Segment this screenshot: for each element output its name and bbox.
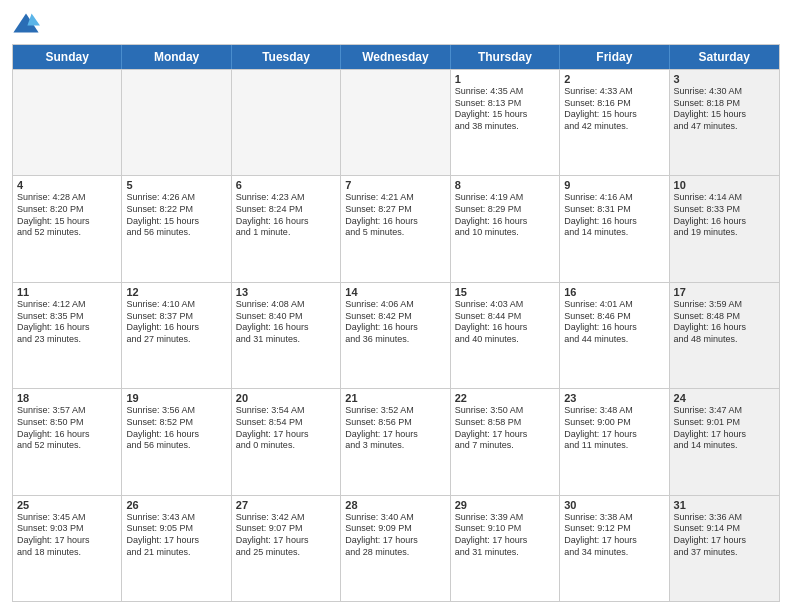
day-number: 30 [564, 499, 664, 511]
cal-cell-day-20: 20Sunrise: 3:54 AM Sunset: 8:54 PM Dayli… [232, 389, 341, 494]
cal-cell-day-18: 18Sunrise: 3:57 AM Sunset: 8:50 PM Dayli… [13, 389, 122, 494]
header-day-tuesday: Tuesday [232, 45, 341, 69]
cell-text: Sunrise: 3:59 AM Sunset: 8:48 PM Dayligh… [674, 299, 775, 346]
cal-cell-day-14: 14Sunrise: 4:06 AM Sunset: 8:42 PM Dayli… [341, 283, 450, 388]
cell-text: Sunrise: 4:33 AM Sunset: 8:16 PM Dayligh… [564, 86, 664, 133]
cell-text: Sunrise: 3:50 AM Sunset: 8:58 PM Dayligh… [455, 405, 555, 452]
calendar-row-4: 25Sunrise: 3:45 AM Sunset: 9:03 PM Dayli… [13, 495, 779, 601]
cal-cell-empty-0-0 [13, 70, 122, 175]
cell-text: Sunrise: 3:36 AM Sunset: 9:14 PM Dayligh… [674, 512, 775, 559]
day-number: 21 [345, 392, 445, 404]
cell-text: Sunrise: 3:40 AM Sunset: 9:09 PM Dayligh… [345, 512, 445, 559]
cal-cell-day-28: 28Sunrise: 3:40 AM Sunset: 9:09 PM Dayli… [341, 496, 450, 601]
cal-cell-day-17: 17Sunrise: 3:59 AM Sunset: 8:48 PM Dayli… [670, 283, 779, 388]
cell-text: Sunrise: 3:42 AM Sunset: 9:07 PM Dayligh… [236, 512, 336, 559]
day-number: 12 [126, 286, 226, 298]
cell-text: Sunrise: 3:48 AM Sunset: 9:00 PM Dayligh… [564, 405, 664, 452]
cell-text: Sunrise: 3:57 AM Sunset: 8:50 PM Dayligh… [17, 405, 117, 452]
cell-text: Sunrise: 3:39 AM Sunset: 9:10 PM Dayligh… [455, 512, 555, 559]
cal-cell-day-13: 13Sunrise: 4:08 AM Sunset: 8:40 PM Dayli… [232, 283, 341, 388]
cal-cell-day-26: 26Sunrise: 3:43 AM Sunset: 9:05 PM Dayli… [122, 496, 231, 601]
day-number: 13 [236, 286, 336, 298]
cell-text: Sunrise: 4:21 AM Sunset: 8:27 PM Dayligh… [345, 192, 445, 239]
cal-cell-day-8: 8Sunrise: 4:19 AM Sunset: 8:29 PM Daylig… [451, 176, 560, 281]
day-number: 6 [236, 179, 336, 191]
day-number: 9 [564, 179, 664, 191]
cell-text: Sunrise: 4:12 AM Sunset: 8:35 PM Dayligh… [17, 299, 117, 346]
cell-text: Sunrise: 4:28 AM Sunset: 8:20 PM Dayligh… [17, 192, 117, 239]
day-number: 15 [455, 286, 555, 298]
header-day-saturday: Saturday [670, 45, 779, 69]
cell-text: Sunrise: 4:14 AM Sunset: 8:33 PM Dayligh… [674, 192, 775, 239]
day-number: 19 [126, 392, 226, 404]
day-number: 25 [17, 499, 117, 511]
day-number: 20 [236, 392, 336, 404]
day-number: 18 [17, 392, 117, 404]
header-day-friday: Friday [560, 45, 669, 69]
cal-cell-day-21: 21Sunrise: 3:52 AM Sunset: 8:56 PM Dayli… [341, 389, 450, 494]
header [12, 10, 780, 38]
day-number: 28 [345, 499, 445, 511]
cal-cell-day-30: 30Sunrise: 3:38 AM Sunset: 9:12 PM Dayli… [560, 496, 669, 601]
cell-text: Sunrise: 4:30 AM Sunset: 8:18 PM Dayligh… [674, 86, 775, 133]
calendar-row-3: 18Sunrise: 3:57 AM Sunset: 8:50 PM Dayli… [13, 388, 779, 494]
header-day-thursday: Thursday [451, 45, 560, 69]
day-number: 4 [17, 179, 117, 191]
cal-cell-empty-0-2 [232, 70, 341, 175]
calendar-row-0: 1Sunrise: 4:35 AM Sunset: 8:13 PM Daylig… [13, 69, 779, 175]
cell-text: Sunrise: 3:56 AM Sunset: 8:52 PM Dayligh… [126, 405, 226, 452]
cell-text: Sunrise: 3:47 AM Sunset: 9:01 PM Dayligh… [674, 405, 775, 452]
day-number: 8 [455, 179, 555, 191]
day-number: 10 [674, 179, 775, 191]
cal-cell-day-2: 2Sunrise: 4:33 AM Sunset: 8:16 PM Daylig… [560, 70, 669, 175]
cal-cell-day-15: 15Sunrise: 4:03 AM Sunset: 8:44 PM Dayli… [451, 283, 560, 388]
cal-cell-empty-0-1 [122, 70, 231, 175]
cal-cell-empty-0-3 [341, 70, 450, 175]
cal-cell-day-24: 24Sunrise: 3:47 AM Sunset: 9:01 PM Dayli… [670, 389, 779, 494]
cell-text: Sunrise: 4:26 AM Sunset: 8:22 PM Dayligh… [126, 192, 226, 239]
day-number: 3 [674, 73, 775, 85]
calendar-row-1: 4Sunrise: 4:28 AM Sunset: 8:20 PM Daylig… [13, 175, 779, 281]
cal-cell-day-22: 22Sunrise: 3:50 AM Sunset: 8:58 PM Dayli… [451, 389, 560, 494]
cal-cell-day-9: 9Sunrise: 4:16 AM Sunset: 8:31 PM Daylig… [560, 176, 669, 281]
header-day-sunday: Sunday [13, 45, 122, 69]
day-number: 31 [674, 499, 775, 511]
day-number: 29 [455, 499, 555, 511]
calendar: SundayMondayTuesdayWednesdayThursdayFrid… [12, 44, 780, 602]
cell-text: Sunrise: 4:10 AM Sunset: 8:37 PM Dayligh… [126, 299, 226, 346]
logo-icon [12, 10, 40, 38]
day-number: 27 [236, 499, 336, 511]
cal-cell-day-6: 6Sunrise: 4:23 AM Sunset: 8:24 PM Daylig… [232, 176, 341, 281]
day-number: 11 [17, 286, 117, 298]
day-number: 14 [345, 286, 445, 298]
cal-cell-day-12: 12Sunrise: 4:10 AM Sunset: 8:37 PM Dayli… [122, 283, 231, 388]
cell-text: Sunrise: 4:35 AM Sunset: 8:13 PM Dayligh… [455, 86, 555, 133]
day-number: 1 [455, 73, 555, 85]
calendar-row-2: 11Sunrise: 4:12 AM Sunset: 8:35 PM Dayli… [13, 282, 779, 388]
calendar-header: SundayMondayTuesdayWednesdayThursdayFrid… [13, 45, 779, 69]
header-day-wednesday: Wednesday [341, 45, 450, 69]
cell-text: Sunrise: 4:19 AM Sunset: 8:29 PM Dayligh… [455, 192, 555, 239]
cell-text: Sunrise: 3:43 AM Sunset: 9:05 PM Dayligh… [126, 512, 226, 559]
cal-cell-day-1: 1Sunrise: 4:35 AM Sunset: 8:13 PM Daylig… [451, 70, 560, 175]
cell-text: Sunrise: 4:01 AM Sunset: 8:46 PM Dayligh… [564, 299, 664, 346]
cal-cell-day-31: 31Sunrise: 3:36 AM Sunset: 9:14 PM Dayli… [670, 496, 779, 601]
page: SundayMondayTuesdayWednesdayThursdayFrid… [0, 0, 792, 612]
day-number: 24 [674, 392, 775, 404]
cal-cell-day-25: 25Sunrise: 3:45 AM Sunset: 9:03 PM Dayli… [13, 496, 122, 601]
cal-cell-day-3: 3Sunrise: 4:30 AM Sunset: 8:18 PM Daylig… [670, 70, 779, 175]
cal-cell-day-7: 7Sunrise: 4:21 AM Sunset: 8:27 PM Daylig… [341, 176, 450, 281]
cell-text: Sunrise: 4:03 AM Sunset: 8:44 PM Dayligh… [455, 299, 555, 346]
day-number: 2 [564, 73, 664, 85]
cell-text: Sunrise: 3:38 AM Sunset: 9:12 PM Dayligh… [564, 512, 664, 559]
day-number: 7 [345, 179, 445, 191]
cell-text: Sunrise: 4:23 AM Sunset: 8:24 PM Dayligh… [236, 192, 336, 239]
cal-cell-day-27: 27Sunrise: 3:42 AM Sunset: 9:07 PM Dayli… [232, 496, 341, 601]
cal-cell-day-10: 10Sunrise: 4:14 AM Sunset: 8:33 PM Dayli… [670, 176, 779, 281]
cell-text: Sunrise: 4:06 AM Sunset: 8:42 PM Dayligh… [345, 299, 445, 346]
day-number: 5 [126, 179, 226, 191]
day-number: 26 [126, 499, 226, 511]
cal-cell-day-11: 11Sunrise: 4:12 AM Sunset: 8:35 PM Dayli… [13, 283, 122, 388]
cell-text: Sunrise: 3:54 AM Sunset: 8:54 PM Dayligh… [236, 405, 336, 452]
day-number: 17 [674, 286, 775, 298]
